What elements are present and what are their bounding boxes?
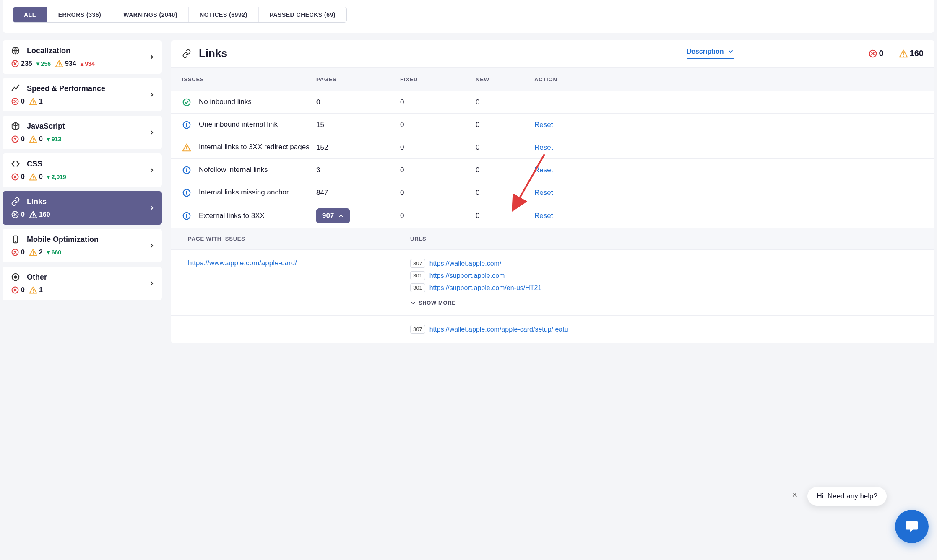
warning-icon — [29, 135, 37, 143]
detail-row: https://www.apple.com/apple-card/307http… — [171, 250, 934, 316]
issue-name[interactable]: One inbound internal link — [199, 120, 278, 129]
speed-icon — [11, 84, 20, 93]
status-code-badge: 307 — [410, 325, 425, 334]
status-info-icon — [182, 166, 191, 175]
error-icon — [11, 60, 19, 68]
tab-all[interactable]: ALL — [13, 7, 47, 22]
delta-down: ▾ 256 — [36, 60, 51, 67]
chevron-right-icon — [148, 280, 155, 287]
issue-row: Internal links missing anchor84700Reset — [171, 181, 934, 204]
svg-point-9 — [14, 276, 17, 278]
warning-icon — [55, 60, 63, 68]
status-code-badge: 307 — [410, 259, 425, 268]
localization-icon — [11, 46, 20, 55]
header-warning-count: 160 — [899, 49, 924, 58]
status-code-badge: 301 — [410, 283, 425, 292]
css-icon — [11, 159, 20, 169]
status-code-badge: 301 — [410, 271, 425, 280]
error-icon — [11, 248, 19, 257]
error-icon — [11, 210, 19, 219]
sidebar-item-css[interactable]: CSS00▾ 2,019 — [3, 153, 162, 187]
status-warn-icon — [182, 143, 191, 152]
category-sidebar: Localization235▾ 256934▴ 934Speed & Perf… — [3, 40, 162, 343]
tab-passed[interactable]: PASSED CHECKS (69) — [259, 7, 346, 22]
warning-icon — [899, 49, 908, 58]
warning-icon — [29, 286, 37, 294]
issue-name[interactable]: No inbound links — [199, 97, 252, 106]
delta-down: ▾ 660 — [47, 249, 61, 256]
tab-errors[interactable]: ERRORS (336) — [47, 7, 112, 22]
chevron-right-icon — [148, 129, 155, 136]
external-url-link[interactable]: https://support.apple.com/en-us/HT21 — [429, 284, 542, 292]
issue-row: One inbound internal link1500Reset — [171, 114, 934, 136]
issue-row: Internal links to 3XX redirect pages1520… — [171, 136, 934, 159]
external-url-link[interactable]: https://wallet.apple.com/apple-card/setu… — [429, 326, 568, 333]
sidebar-item-javascript[interactable]: JavaScript00▾ 913 — [3, 116, 162, 149]
external-url-link[interactable]: https://support.apple.com — [429, 272, 505, 280]
detail-row: 307https://wallet.apple.com/apple-card/s… — [171, 316, 934, 343]
page-url-link[interactable]: https://www.apple.com/apple-card/ — [188, 259, 297, 267]
url-item: 301https://support.apple.com — [410, 271, 918, 280]
issue-name[interactable]: External links to 3XX — [199, 211, 265, 220]
chevron-right-icon — [148, 54, 155, 60]
sidebar-item-links[interactable]: Links0160 — [3, 191, 162, 225]
sidebar-item-label: JavaScript — [27, 122, 65, 131]
tab-notices[interactable]: NOTICES (6992) — [189, 7, 259, 22]
detail-subheader: PAGE WITH ISSUES URLS — [171, 228, 934, 250]
tab-warnings[interactable]: WARNINGS (2040) — [112, 7, 189, 22]
warning-icon — [29, 210, 37, 219]
error-icon — [11, 135, 19, 143]
sidebar-item-label: Links — [27, 197, 47, 206]
issue-row: No inbound links000 — [171, 91, 934, 114]
pages-expand-toggle[interactable]: 907 — [316, 208, 350, 223]
delta-down: ▾ 2,019 — [47, 174, 66, 180]
sidebar-item-other[interactable]: Other01 — [3, 267, 162, 300]
description-tab[interactable]: Description — [687, 48, 734, 59]
warning-icon — [29, 97, 37, 106]
sidebar-item-label: Speed & Performance — [27, 84, 105, 93]
chevron-right-icon — [148, 91, 155, 98]
delta-up: ▴ 934 — [81, 60, 95, 67]
error-icon — [11, 286, 19, 294]
warning-icon — [29, 173, 37, 181]
status-info-icon — [182, 211, 191, 220]
mobile-icon — [11, 235, 20, 244]
warning-icon — [29, 248, 37, 257]
reset-link[interactable]: Reset — [534, 212, 553, 220]
sidebar-item-label: Mobile Optimization — [27, 235, 99, 244]
link-icon — [182, 49, 191, 58]
chevron-right-icon — [148, 205, 155, 211]
status-ok-icon — [182, 98, 191, 107]
reset-link[interactable]: Reset — [534, 189, 553, 197]
sidebar-item-localization[interactable]: Localization235▾ 256934▴ 934 — [3, 40, 162, 74]
other-icon — [11, 272, 20, 282]
chevron-down-icon — [727, 48, 734, 55]
sidebar-item-speed[interactable]: Speed & Performance01 — [3, 78, 162, 111]
sidebar-item-mobile[interactable]: Mobile Optimization02▾ 660 — [3, 229, 162, 262]
table-header: ISSUES PAGES FIXED NEW ACTION — [171, 67, 934, 91]
sidebar-item-label: CSS — [27, 160, 42, 169]
url-item: 301https://support.apple.com/en-us/HT21 — [410, 283, 918, 292]
error-icon — [11, 173, 19, 181]
links-icon — [11, 197, 20, 206]
sidebar-item-label: Other — [27, 273, 47, 282]
external-url-link[interactable]: https://wallet.apple.com/ — [429, 260, 502, 267]
filter-tabs: ALL ERRORS (336) WARNINGS (2040) NOTICES… — [13, 7, 347, 23]
delta-down: ▾ 913 — [47, 136, 61, 143]
status-info-icon — [182, 120, 191, 130]
reset-link[interactable]: Reset — [534, 166, 553, 174]
chevron-right-icon — [148, 167, 155, 174]
issue-name[interactable]: Internal links to 3XX redirect pages — [199, 143, 310, 152]
header-error-count: 0 — [868, 49, 884, 58]
url-item: 307https://wallet.apple.com/ — [410, 259, 918, 268]
issue-name[interactable]: Internal links missing anchor — [199, 188, 289, 197]
reset-link[interactable]: Reset — [534, 121, 553, 129]
status-info-icon — [182, 188, 191, 197]
javascript-icon — [11, 122, 20, 131]
reset-link[interactable]: Reset — [534, 143, 553, 151]
issue-row: Nofollow internal links300Reset — [171, 159, 934, 181]
error-icon — [868, 49, 877, 58]
issue-name[interactable]: Nofollow internal links — [199, 165, 268, 174]
show-more-toggle[interactable]: SHOW MORE — [410, 300, 918, 306]
chevron-right-icon — [148, 242, 155, 249]
